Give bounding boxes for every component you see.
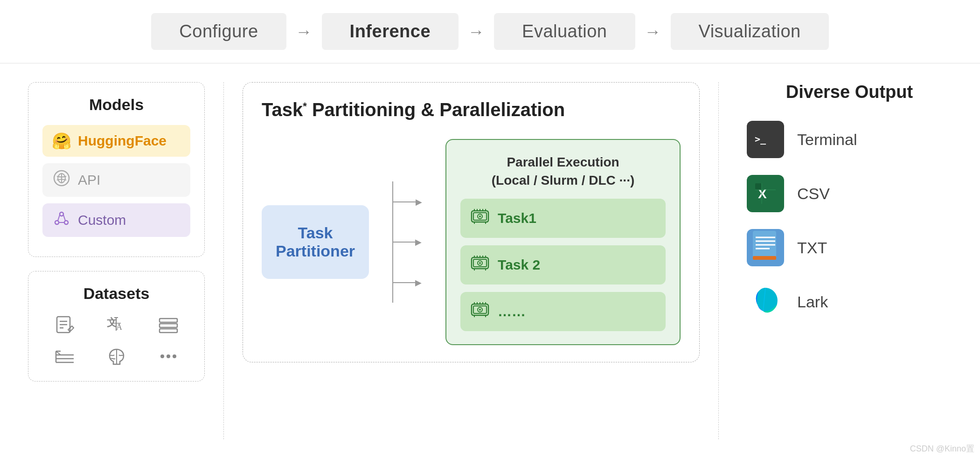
gpu-icon-1 bbox=[470, 206, 490, 230]
arrow-1: → bbox=[296, 22, 313, 42]
task-partition-title: Task* Partitioning & Parallelization bbox=[262, 99, 681, 120]
output-item-csv: X CSV bbox=[747, 175, 952, 212]
left-column: Models 🤗 HuggingFace API bbox=[28, 82, 224, 439]
main-content: Models 🤗 HuggingFace API bbox=[0, 63, 980, 458]
pipeline-step-evaluation-label: Evaluation bbox=[522, 21, 607, 41]
partitioner-line2: Partitioner bbox=[276, 242, 355, 260]
custom-label: Custom bbox=[78, 212, 126, 228]
task-item-2: Task 2 bbox=[460, 245, 666, 285]
dataset-icon-indented bbox=[42, 345, 87, 368]
dataset-icon-doc bbox=[42, 314, 87, 337]
svg-text:A: A bbox=[116, 322, 122, 332]
txt-label: TXT bbox=[797, 239, 827, 257]
svg-rect-74 bbox=[753, 256, 776, 260]
output-title: Diverse Output bbox=[747, 82, 952, 102]
dataset-icon-list bbox=[146, 314, 190, 337]
csv-label: CSV bbox=[797, 185, 830, 203]
svg-line-5 bbox=[58, 215, 60, 221]
models-title: Models bbox=[42, 96, 190, 114]
pipeline-step-visualization-label: Visualization bbox=[699, 21, 801, 41]
datasets-section: Datasets 文 A bbox=[28, 271, 205, 382]
svg-text:文: 文 bbox=[107, 317, 117, 328]
txt-icon-box bbox=[747, 229, 784, 266]
gpu-icon-n bbox=[470, 299, 490, 324]
svg-point-27 bbox=[160, 354, 164, 358]
api-label: API bbox=[78, 172, 100, 188]
huggingface-label: HuggingFace bbox=[78, 133, 167, 149]
svg-line-12 bbox=[72, 326, 74, 328]
models-section: Models 🤗 HuggingFace API bbox=[28, 82, 205, 257]
task-item-1: Task1 bbox=[460, 199, 666, 238]
svg-point-55 bbox=[479, 309, 481, 311]
dataset-icon-brain bbox=[94, 345, 139, 368]
output-item-terminal: >_ Terminal bbox=[747, 121, 952, 158]
task2-label: Task 2 bbox=[498, 257, 540, 273]
arrow-2: → bbox=[468, 22, 485, 42]
task-title-sup: * bbox=[303, 100, 307, 112]
parallel-title-line1: Parallel Execution bbox=[460, 153, 666, 171]
partitioner-line1: Task bbox=[276, 224, 355, 242]
custom-icon bbox=[52, 210, 71, 230]
svg-point-29 bbox=[173, 354, 176, 358]
parallel-title-line2: (Local / Slurm / DLC ···) bbox=[460, 171, 666, 189]
pipeline-bar: Configure → Inference → Evaluation → Vis… bbox=[0, 0, 980, 63]
api-icon bbox=[52, 170, 71, 190]
svg-rect-18 bbox=[160, 319, 177, 322]
svg-text:>_: >_ bbox=[755, 133, 766, 145]
task1-label: Task1 bbox=[498, 210, 536, 226]
huggingface-icon: 🤗 bbox=[52, 132, 71, 150]
taskn-label: …… bbox=[498, 304, 526, 319]
dataset-icon-translate: 文 A bbox=[94, 314, 139, 337]
svg-point-4 bbox=[64, 221, 68, 224]
lark-icon-box bbox=[747, 283, 784, 320]
model-custom[interactable]: Custom bbox=[42, 203, 190, 237]
arrow-3: → bbox=[645, 22, 661, 42]
watermark: CSDN @Kinno置 bbox=[910, 443, 974, 454]
dataset-icon-more bbox=[146, 345, 190, 368]
lark-label: Lark bbox=[797, 293, 828, 311]
dataset-icons-grid: 文 A bbox=[42, 314, 190, 368]
task-partitioner: Task Partitioner bbox=[262, 205, 369, 279]
pipeline-step-configure-label: Configure bbox=[179, 21, 258, 41]
model-api[interactable]: API bbox=[42, 163, 190, 197]
task-title-suffix: Partitioning & Parallelization bbox=[307, 99, 565, 120]
task-item-n: …… bbox=[460, 292, 666, 331]
gpu-icon-2 bbox=[470, 253, 490, 277]
task-items: Task1 bbox=[460, 199, 666, 331]
pipeline-step-evaluation[interactable]: Evaluation bbox=[494, 13, 635, 50]
terminal-label: Terminal bbox=[797, 131, 857, 149]
svg-rect-66 bbox=[755, 183, 762, 190]
datasets-title: Datasets bbox=[42, 285, 190, 303]
svg-point-2 bbox=[60, 212, 63, 216]
right-column: Diverse Output >_ Terminal X CSV bbox=[719, 82, 952, 439]
svg-rect-20 bbox=[160, 329, 177, 333]
output-item-lark: Lark bbox=[747, 283, 952, 320]
parallel-title: Parallel Execution (Local / Slurm / DLC … bbox=[460, 153, 666, 189]
parallel-execution-box: Parallel Execution (Local / Slurm / DLC … bbox=[445, 139, 681, 345]
svg-point-3 bbox=[55, 221, 59, 224]
output-item-txt: TXT bbox=[747, 229, 952, 266]
svg-point-33 bbox=[479, 215, 481, 217]
middle-column: Task* Partitioning & Parallelization Tas… bbox=[224, 82, 719, 439]
pipeline-step-visualization[interactable]: Visualization bbox=[671, 13, 829, 50]
svg-rect-19 bbox=[160, 324, 177, 327]
model-huggingface[interactable]: 🤗 HuggingFace bbox=[42, 125, 190, 157]
pipeline-step-inference[interactable]: Inference bbox=[322, 13, 459, 50]
pipeline-step-inference-label: Inference bbox=[350, 21, 431, 41]
task-partition-box: Task* Partitioning & Parallelization Tas… bbox=[243, 82, 700, 362]
svg-point-44 bbox=[479, 262, 481, 264]
svg-point-28 bbox=[167, 354, 170, 358]
task-inner: Task Partitioner ▶ ▶ bbox=[262, 139, 681, 345]
svg-line-6 bbox=[63, 215, 65, 221]
csv-icon-box: X bbox=[747, 175, 784, 212]
pipeline-step-configure[interactable]: Configure bbox=[151, 13, 286, 50]
terminal-icon-box: >_ bbox=[747, 121, 784, 158]
